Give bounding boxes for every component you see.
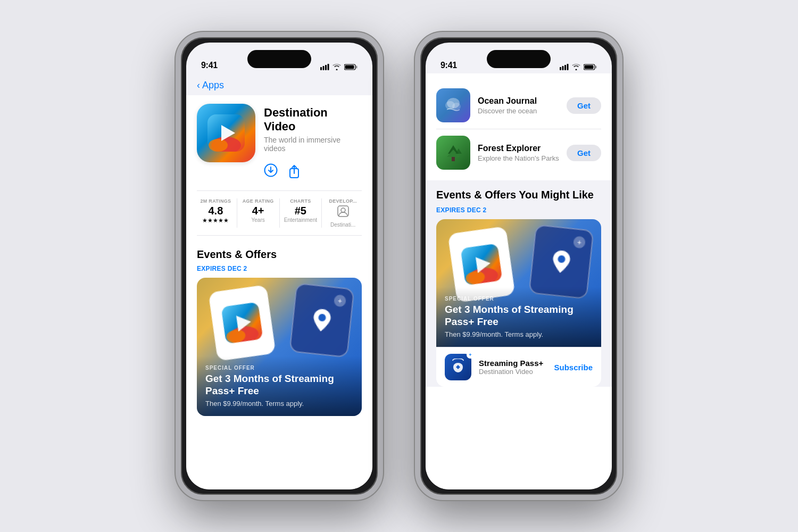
- app-header: Destination Video The world in immersive…: [186, 95, 372, 190]
- stat-age-label: AGE RATING: [239, 198, 277, 204]
- streaming-pass-icon: +: [445, 354, 471, 380]
- event-card-bg: + SPECIAL O: [197, 278, 362, 416]
- forest-info: Forest Explorer Explore the Nation's Par…: [478, 144, 559, 162]
- app-title: Destination Video: [264, 106, 362, 134]
- svg-rect-2: [325, 65, 327, 70]
- back-chevron-icon: ‹: [197, 80, 200, 91]
- app-list-item-forest: Forest Explorer Explore the Nation's Par…: [436, 129, 601, 176]
- app-list: Ocean Journal Discover the ocean Get: [426, 73, 612, 176]
- ocean-icon-graphic: [436, 88, 470, 122]
- events-offers-section: Events & Offers You Might Like EXPIRES D…: [426, 180, 612, 387]
- phone-1-content: ‹ Apps: [186, 73, 372, 489]
- ocean-get-button[interactable]: Get: [567, 97, 601, 114]
- phone-1-frame: 9:41: [176, 32, 383, 500]
- back-navigation[interactable]: ‹ Apps: [186, 73, 372, 95]
- forest-get-button[interactable]: Get: [567, 145, 601, 161]
- sp-plus-badge: +: [467, 351, 474, 359]
- forest-name: Forest Explorer: [478, 144, 559, 153]
- location-pin-svg-2: [551, 250, 572, 274]
- svg-rect-21: [562, 66, 564, 70]
- location-pin-svg: [311, 308, 332, 332]
- event-tag: SPECIAL OFFER: [205, 365, 353, 371]
- svg-rect-5: [356, 66, 358, 69]
- download-icon[interactable]: [264, 163, 278, 182]
- events-title: Events & Offers: [197, 248, 362, 261]
- phone-1: 9:41: [176, 32, 383, 500]
- ocean-desc: Discover the ocean: [478, 107, 559, 115]
- event-detail-2: Then $9.99/month. Terms apply.: [445, 330, 593, 338]
- volume-up-button-2: [415, 136, 417, 168]
- forest-desc: Explore the Nation's Parks: [478, 154, 559, 162]
- svg-rect-6: [345, 65, 354, 69]
- battery-icon: [344, 64, 358, 70]
- stat-charts: CHARTS #5 Entertainment: [280, 198, 322, 228]
- dv-icon-svg: [207, 114, 245, 152]
- silent-switch-2: [415, 106, 417, 126]
- svg-rect-23: [567, 64, 569, 70]
- status-icons: [320, 64, 358, 70]
- app-icon-large[interactable]: [197, 104, 255, 162]
- stat-charts-label: CHARTS: [282, 198, 320, 204]
- events-offers-title: Events & Offers You Might Like: [436, 189, 601, 201]
- svg-rect-25: [595, 66, 597, 69]
- card1-icon: [221, 302, 263, 344]
- expires-label: EXPIRES DEC 2: [197, 265, 362, 272]
- stat-age-value: 4+: [239, 205, 277, 217]
- download-svg: [264, 163, 278, 178]
- svg-point-9: [209, 139, 228, 152]
- wifi-icon-2: [572, 64, 580, 70]
- subscribe-sub: Destination Video: [479, 368, 546, 376]
- subscribe-info: Streaming Pass+ Destination Video: [479, 359, 546, 376]
- event-overlay-2: SPECIAL OFFER Get 3 Months of Streaming …: [436, 287, 601, 347]
- volume-down-button-2: [415, 174, 417, 206]
- events-section: Events & Offers EXPIRES DEC 2: [186, 240, 372, 416]
- app-subtitle: The world in immersive videos: [264, 136, 362, 153]
- forest-svg: [443, 142, 464, 163]
- stat-charts-sub: Entertainment: [282, 217, 320, 223]
- phone-2-content: Ocean Journal Discover the ocean Get: [426, 73, 612, 489]
- stat-age: AGE RATING 4+ Years: [237, 198, 280, 228]
- stat-developer-label: DEVELOP...: [324, 198, 362, 204]
- svg-rect-26: [585, 65, 594, 69]
- card1b-icon: [460, 243, 502, 285]
- stat-ratings: 2M RATINGS 4.8 ★★★★★: [195, 198, 237, 228]
- svg-rect-0: [320, 67, 322, 70]
- share-svg: [288, 164, 300, 179]
- phone-2-frame: 9:41: [415, 32, 622, 500]
- stat-age-sub: Years: [239, 217, 277, 223]
- share-icon[interactable]: [288, 164, 300, 181]
- ocean-name: Ocean Journal: [478, 96, 559, 106]
- stat-stars: ★★★★★: [197, 217, 235, 224]
- subscribe-button[interactable]: Subscribe: [554, 363, 593, 372]
- expires-label-2: EXPIRES DEC 2: [436, 206, 601, 214]
- svg-point-14: [341, 208, 345, 212]
- dynamic-island: [247, 50, 311, 68]
- event-detail: Then $9.99/month. Terms apply.: [205, 400, 353, 408]
- phone-1-screen: 9:41: [186, 43, 372, 489]
- svg-rect-1: [323, 66, 325, 70]
- card-float-1: [208, 285, 276, 361]
- app-list-item-ocean: Ocean Journal Discover the ocean Get: [436, 82, 601, 129]
- stat-developer: DEVELOP... Destinati...: [322, 198, 364, 228]
- svg-rect-22: [564, 65, 566, 70]
- battery-icon-2: [584, 64, 597, 70]
- event-headline-2: Get 3 Months of Streaming Pass+ Free: [445, 304, 593, 328]
- phone-2-screen: 9:41: [426, 43, 612, 489]
- event-card-2-bg: + SPECIAL O: [436, 219, 601, 347]
- dv-icon-graphic: [197, 104, 255, 162]
- wifi-icon: [332, 64, 341, 70]
- event-card-2[interactable]: + SPECIAL O: [436, 219, 601, 387]
- status-time: 9:41: [201, 61, 218, 70]
- stats-row: 2M RATINGS 4.8 ★★★★★ AGE RATING 4+ Years…: [186, 191, 372, 235]
- card-float-2: +: [289, 282, 355, 358]
- back-label: Apps: [202, 80, 224, 91]
- app-info: Destination Video The world in immersive…: [264, 104, 362, 182]
- stat-ratings-label: 2M RATINGS: [197, 198, 235, 204]
- subscribe-name: Streaming Pass+: [479, 359, 546, 368]
- event-card[interactable]: + SPECIAL O: [197, 278, 362, 416]
- status-icons-2: [560, 64, 597, 70]
- phone-2: 9:41: [415, 32, 622, 500]
- signal-icon: [320, 64, 329, 70]
- forest-icon-graphic: [436, 136, 470, 170]
- subscribe-row: + Streaming Pass+ Destination Video Subs…: [436, 347, 601, 387]
